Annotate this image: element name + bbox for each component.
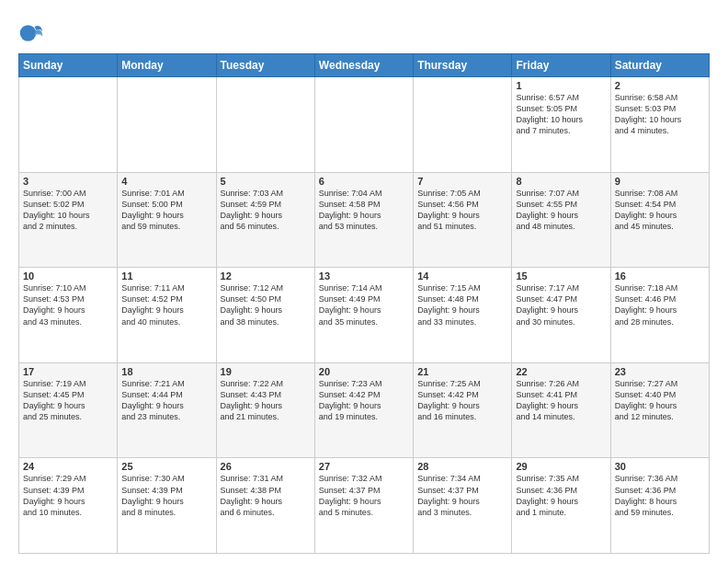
- calendar-cell: 24Sunrise: 7:29 AM Sunset: 4:39 PM Dayli…: [19, 458, 118, 554]
- calendar-row-1: 3Sunrise: 7:00 AM Sunset: 5:02 PM Daylig…: [19, 172, 710, 268]
- day-number: 5: [221, 176, 311, 187]
- day-number: 7: [417, 176, 507, 187]
- day-info: Sunrise: 7:22 AM Sunset: 4:43 PM Dayligh…: [221, 378, 311, 423]
- day-info: Sunrise: 7:25 AM Sunset: 4:42 PM Dayligh…: [417, 378, 507, 423]
- day-info: Sunrise: 7:31 AM Sunset: 4:38 PM Dayligh…: [221, 473, 311, 518]
- logo: [18, 18, 48, 46]
- calendar-cell: 30Sunrise: 7:36 AM Sunset: 4:36 PM Dayli…: [610, 458, 709, 554]
- day-number: 28: [417, 461, 507, 472]
- day-number: 12: [221, 270, 311, 282]
- day-info: Sunrise: 7:05 AM Sunset: 4:56 PM Dayligh…: [417, 188, 507, 233]
- calendar-cell: 28Sunrise: 7:34 AM Sunset: 4:37 PM Dayli…: [414, 458, 512, 554]
- calendar-cell: 6Sunrise: 7:04 AM Sunset: 4:58 PM Daylig…: [314, 172, 413, 268]
- calendar-cell: [19, 77, 118, 173]
- col-header-sunday: Sunday: [19, 54, 118, 77]
- day-info: Sunrise: 7:32 AM Sunset: 4:37 PM Dayligh…: [319, 473, 409, 518]
- calendar-row-0: 1Sunrise: 6:57 AM Sunset: 5:05 PM Daylig…: [19, 77, 710, 173]
- day-info: Sunrise: 7:35 AM Sunset: 4:36 PM Dayligh…: [516, 473, 606, 518]
- calendar-cell: 13Sunrise: 7:14 AM Sunset: 4:49 PM Dayli…: [314, 268, 413, 363]
- calendar-cell: 7Sunrise: 7:05 AM Sunset: 4:56 PM Daylig…: [414, 172, 512, 268]
- calendar-cell: 23Sunrise: 7:27 AM Sunset: 4:40 PM Dayli…: [610, 362, 709, 458]
- calendar-cell: 10Sunrise: 7:10 AM Sunset: 4:53 PM Dayli…: [19, 268, 118, 363]
- day-number: 19: [221, 366, 311, 377]
- day-info: Sunrise: 7:07 AM Sunset: 4:55 PM Dayligh…: [516, 188, 606, 233]
- day-number: 1: [516, 80, 606, 91]
- calendar-row-4: 24Sunrise: 7:29 AM Sunset: 4:39 PM Dayli…: [19, 458, 710, 554]
- calendar-cell: [314, 77, 413, 173]
- day-info: Sunrise: 7:00 AM Sunset: 5:02 PM Dayligh…: [23, 188, 113, 233]
- day-info: Sunrise: 7:18 AM Sunset: 4:46 PM Dayligh…: [615, 282, 705, 327]
- day-number: 26: [221, 461, 311, 472]
- day-info: Sunrise: 7:30 AM Sunset: 4:39 PM Dayligh…: [121, 473, 211, 518]
- day-number: 10: [23, 270, 113, 282]
- calendar-cell: 27Sunrise: 7:32 AM Sunset: 4:37 PM Dayli…: [314, 458, 413, 554]
- calendar-cell: [414, 77, 512, 173]
- day-number: 16: [615, 270, 705, 282]
- calendar-cell: [118, 77, 216, 173]
- day-number: 17: [23, 366, 113, 377]
- svg-point-0: [20, 25, 37, 41]
- calendar-cell: 14Sunrise: 7:15 AM Sunset: 4:48 PM Dayli…: [414, 268, 512, 363]
- day-number: 30: [615, 461, 705, 472]
- day-number: 2: [615, 80, 705, 91]
- calendar-cell: [216, 77, 314, 173]
- day-number: 25: [121, 461, 211, 472]
- calendar-cell: 1Sunrise: 6:57 AM Sunset: 5:05 PM Daylig…: [512, 77, 610, 173]
- calendar-cell: 3Sunrise: 7:00 AM Sunset: 5:02 PM Daylig…: [19, 172, 118, 268]
- calendar-cell: 22Sunrise: 7:26 AM Sunset: 4:41 PM Dayli…: [512, 362, 610, 458]
- day-number: 4: [121, 176, 211, 187]
- day-info: Sunrise: 7:01 AM Sunset: 5:00 PM Dayligh…: [121, 188, 211, 233]
- day-number: 22: [516, 366, 606, 377]
- page: SundayMondayTuesdayWednesdayThursdayFrid…: [0, 0, 728, 563]
- calendar-cell: 9Sunrise: 7:08 AM Sunset: 4:54 PM Daylig…: [610, 172, 709, 268]
- col-header-saturday: Saturday: [610, 54, 709, 77]
- calendar-cell: 12Sunrise: 7:12 AM Sunset: 4:50 PM Dayli…: [216, 268, 314, 363]
- day-info: Sunrise: 7:17 AM Sunset: 4:47 PM Dayligh…: [516, 282, 606, 327]
- calendar-cell: 2Sunrise: 6:58 AM Sunset: 5:03 PM Daylig…: [610, 77, 709, 173]
- calendar-row-3: 17Sunrise: 7:19 AM Sunset: 4:45 PM Dayli…: [19, 362, 710, 458]
- day-info: Sunrise: 7:14 AM Sunset: 4:49 PM Dayligh…: [319, 282, 409, 327]
- calendar-header-row: SundayMondayTuesdayWednesdayThursdayFrid…: [19, 54, 710, 77]
- calendar-cell: 25Sunrise: 7:30 AM Sunset: 4:39 PM Dayli…: [118, 458, 216, 554]
- col-header-tuesday: Tuesday: [216, 54, 314, 77]
- calendar-cell: 19Sunrise: 7:22 AM Sunset: 4:43 PM Dayli…: [216, 362, 314, 458]
- calendar-cell: 15Sunrise: 7:17 AM Sunset: 4:47 PM Dayli…: [512, 268, 610, 363]
- day-number: 27: [319, 461, 409, 472]
- day-info: Sunrise: 7:34 AM Sunset: 4:37 PM Dayligh…: [417, 473, 507, 518]
- day-number: 14: [417, 270, 507, 282]
- day-number: 24: [23, 461, 113, 472]
- day-number: 11: [121, 270, 211, 282]
- day-info: Sunrise: 7:36 AM Sunset: 4:36 PM Dayligh…: [615, 473, 705, 518]
- day-number: 13: [319, 270, 409, 282]
- day-number: 23: [615, 366, 705, 377]
- day-number: 15: [516, 270, 606, 282]
- day-info: Sunrise: 7:15 AM Sunset: 4:48 PM Dayligh…: [417, 282, 507, 327]
- calendar-table: SundayMondayTuesdayWednesdayThursdayFrid…: [18, 53, 710, 554]
- day-number: 8: [516, 176, 606, 187]
- day-info: Sunrise: 7:08 AM Sunset: 4:54 PM Dayligh…: [615, 188, 705, 233]
- day-info: Sunrise: 7:26 AM Sunset: 4:41 PM Dayligh…: [516, 378, 606, 423]
- day-info: Sunrise: 7:27 AM Sunset: 4:40 PM Dayligh…: [615, 378, 705, 423]
- calendar-cell: 5Sunrise: 7:03 AM Sunset: 4:59 PM Daylig…: [216, 172, 314, 268]
- day-number: 6: [319, 176, 409, 187]
- header: [18, 15, 710, 46]
- day-info: Sunrise: 7:12 AM Sunset: 4:50 PM Dayligh…: [221, 282, 311, 327]
- calendar-cell: 11Sunrise: 7:11 AM Sunset: 4:52 PM Dayli…: [118, 268, 216, 363]
- day-info: Sunrise: 7:03 AM Sunset: 4:59 PM Dayligh…: [221, 188, 311, 233]
- col-header-thursday: Thursday: [414, 54, 512, 77]
- calendar-cell: 8Sunrise: 7:07 AM Sunset: 4:55 PM Daylig…: [512, 172, 610, 268]
- logo-icon: [18, 20, 44, 46]
- day-number: 21: [417, 366, 507, 377]
- day-info: Sunrise: 7:23 AM Sunset: 4:42 PM Dayligh…: [319, 378, 409, 423]
- day-number: 20: [319, 366, 409, 377]
- day-info: Sunrise: 7:10 AM Sunset: 4:53 PM Dayligh…: [23, 282, 113, 327]
- day-number: 18: [121, 366, 211, 377]
- day-info: Sunrise: 6:57 AM Sunset: 5:05 PM Dayligh…: [516, 92, 606, 137]
- day-info: Sunrise: 6:58 AM Sunset: 5:03 PM Dayligh…: [615, 92, 705, 137]
- col-header-friday: Friday: [512, 54, 610, 77]
- calendar-row-2: 10Sunrise: 7:10 AM Sunset: 4:53 PM Dayli…: [19, 268, 710, 363]
- calendar-cell: 20Sunrise: 7:23 AM Sunset: 4:42 PM Dayli…: [314, 362, 413, 458]
- calendar-cell: 26Sunrise: 7:31 AM Sunset: 4:38 PM Dayli…: [216, 458, 314, 554]
- day-number: 3: [23, 176, 113, 187]
- calendar-cell: 21Sunrise: 7:25 AM Sunset: 4:42 PM Dayli…: [414, 362, 512, 458]
